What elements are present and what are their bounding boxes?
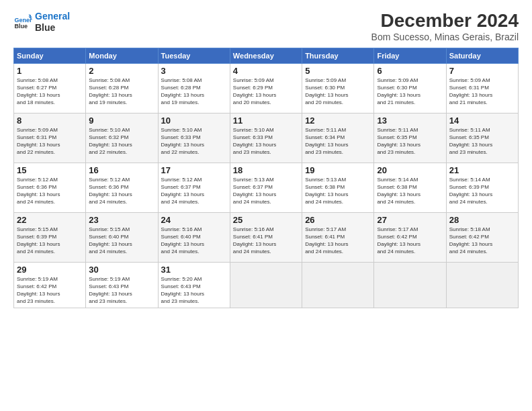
day-info: Sunrise: 5:11 AMSunset: 6:34 PMDaylight:… [305,127,348,156]
day-number: 3 [161,66,227,76]
calendar-cell [446,262,518,308]
day-info: Sunrise: 5:12 AMSunset: 6:36 PMDaylight:… [89,177,132,205]
calendar-cell: 4Sunrise: 5:09 AMSunset: 6:29 PMDaylight… [230,63,302,113]
day-info: Sunrise: 5:10 AMSunset: 6:32 PMDaylight:… [89,127,132,156]
calendar-cell: 2Sunrise: 5:08 AMSunset: 6:28 PMDaylight… [86,63,158,113]
col-header-monday: Monday [86,48,158,63]
calendar-cell: 17Sunrise: 5:12 AMSunset: 6:37 PMDayligh… [158,163,230,212]
calendar-cell: 24Sunrise: 5:16 AMSunset: 6:40 PMDayligh… [158,212,230,262]
day-number: 16 [89,165,154,175]
calendar-cell: 3Sunrise: 5:08 AMSunset: 6:28 PMDaylight… [158,63,230,113]
day-number: 17 [161,165,227,175]
day-number: 15 [17,165,83,175]
calendar-cell [374,262,446,308]
day-info: Sunrise: 5:12 AMSunset: 6:37 PMDaylight:… [161,177,204,205]
calendar-cell: 22Sunrise: 5:15 AMSunset: 6:39 PMDayligh… [14,212,86,262]
day-number: 19 [305,165,371,175]
day-info: Sunrise: 5:09 AMSunset: 6:29 PMDaylight:… [233,77,276,106]
col-header-saturday: Saturday [446,48,518,63]
calendar-cell: 18Sunrise: 5:13 AMSunset: 6:37 PMDayligh… [230,163,302,212]
calendar-cell: 8Sunrise: 5:09 AMSunset: 6:31 PMDaylight… [14,113,86,163]
col-header-wednesday: Wednesday [230,48,302,63]
day-number: 6 [377,66,443,76]
day-info: Sunrise: 5:10 AMSunset: 6:33 PMDaylight:… [233,127,276,156]
day-info: Sunrise: 5:13 AMSunset: 6:38 PMDaylight:… [305,177,348,205]
day-number: 10 [161,116,227,126]
day-number: 12 [305,116,371,126]
day-number: 5 [305,66,371,76]
day-info: Sunrise: 5:11 AMSunset: 6:35 PMDaylight:… [449,127,492,156]
day-info: Sunrise: 5:16 AMSunset: 6:40 PMDaylight:… [161,226,204,255]
day-info: Sunrise: 5:20 AMSunset: 6:43 PMDaylight:… [161,276,204,305]
calendar-cell: 21Sunrise: 5:14 AMSunset: 6:39 PMDayligh… [446,163,518,212]
calendar-table: SundayMondayTuesdayWednesdayThursdayFrid… [13,48,519,308]
calendar-cell: 20Sunrise: 5:14 AMSunset: 6:38 PMDayligh… [374,163,446,212]
logo-icon: General Blue [13,13,32,32]
title-block: December 2024 Bom Sucesso, Minas Gerais,… [371,11,519,42]
calendar-cell: 14Sunrise: 5:11 AMSunset: 6:35 PMDayligh… [446,113,518,163]
calendar-cell: 31Sunrise: 5:20 AMSunset: 6:43 PMDayligh… [158,262,230,308]
calendar-cell: 16Sunrise: 5:12 AMSunset: 6:36 PMDayligh… [86,163,158,212]
calendar-cell: 29Sunrise: 5:19 AMSunset: 6:42 PMDayligh… [14,262,86,308]
day-info: Sunrise: 5:19 AMSunset: 6:43 PMDaylight:… [89,276,132,305]
logo-line2: Blue [35,22,70,34]
day-number: 25 [233,215,299,225]
day-number: 9 [89,116,154,126]
page: General Blue General Blue December 2024 … [0,0,532,411]
day-info: Sunrise: 5:15 AMSunset: 6:40 PMDaylight:… [89,226,132,255]
col-header-thursday: Thursday [302,48,374,63]
day-info: Sunrise: 5:17 AMSunset: 6:42 PMDaylight:… [377,226,420,255]
day-info: Sunrise: 5:13 AMSunset: 6:37 PMDaylight:… [233,177,276,205]
subtitle: Bom Sucesso, Minas Gerais, Brazil [371,32,519,42]
col-header-tuesday: Tuesday [158,48,230,63]
logo-line1: General [35,11,70,22]
day-number: 29 [17,265,83,275]
calendar-cell: 1Sunrise: 5:08 AMSunset: 6:27 PMDaylight… [14,63,86,113]
day-info: Sunrise: 5:09 AMSunset: 6:31 PMDaylight:… [449,77,492,106]
day-info: Sunrise: 5:10 AMSunset: 6:33 PMDaylight:… [161,127,204,156]
calendar-cell [230,262,302,308]
day-info: Sunrise: 5:17 AMSunset: 6:41 PMDaylight:… [305,226,348,255]
day-number: 11 [233,116,299,126]
day-info: Sunrise: 5:08 AMSunset: 6:28 PMDaylight:… [161,77,204,106]
day-number: 18 [233,165,299,175]
calendar-cell: 10Sunrise: 5:10 AMSunset: 6:33 PMDayligh… [158,113,230,163]
calendar-cell: 23Sunrise: 5:15 AMSunset: 6:40 PMDayligh… [86,212,158,262]
day-info: Sunrise: 5:14 AMSunset: 6:38 PMDaylight:… [377,177,420,205]
day-number: 31 [161,265,227,275]
day-info: Sunrise: 5:08 AMSunset: 6:27 PMDaylight:… [17,77,60,106]
day-number: 28 [449,215,515,225]
calendar-cell: 13Sunrise: 5:11 AMSunset: 6:35 PMDayligh… [374,113,446,163]
day-info: Sunrise: 5:15 AMSunset: 6:39 PMDaylight:… [17,226,60,255]
day-number: 27 [377,215,443,225]
logo: General Blue General Blue [13,11,70,34]
day-number: 26 [305,215,371,225]
svg-text:Blue: Blue [14,23,28,30]
day-info: Sunrise: 5:09 AMSunset: 6:30 PMDaylight:… [377,77,420,106]
day-number: 4 [233,66,299,76]
day-number: 7 [449,66,515,76]
day-number: 2 [89,66,154,76]
day-info: Sunrise: 5:09 AMSunset: 6:31 PMDaylight:… [17,127,60,156]
day-info: Sunrise: 5:11 AMSunset: 6:35 PMDaylight:… [377,127,420,156]
col-header-friday: Friday [374,48,446,63]
day-number: 23 [89,215,154,225]
day-info: Sunrise: 5:14 AMSunset: 6:39 PMDaylight:… [449,177,492,205]
day-number: 13 [377,116,443,126]
day-info: Sunrise: 5:09 AMSunset: 6:30 PMDaylight:… [305,77,348,106]
day-info: Sunrise: 5:19 AMSunset: 6:42 PMDaylight:… [17,276,60,305]
header-row: SundayMondayTuesdayWednesdayThursdayFrid… [14,48,519,63]
calendar-cell: 7Sunrise: 5:09 AMSunset: 6:31 PMDaylight… [446,63,518,113]
calendar-cell: 25Sunrise: 5:16 AMSunset: 6:41 PMDayligh… [230,212,302,262]
day-number: 22 [17,215,83,225]
day-number: 8 [17,116,83,126]
calendar-cell: 11Sunrise: 5:10 AMSunset: 6:33 PMDayligh… [230,113,302,163]
calendar-cell: 28Sunrise: 5:18 AMSunset: 6:42 PMDayligh… [446,212,518,262]
calendar-cell: 27Sunrise: 5:17 AMSunset: 6:42 PMDayligh… [374,212,446,262]
calendar-cell: 6Sunrise: 5:09 AMSunset: 6:30 PMDaylight… [374,63,446,113]
day-info: Sunrise: 5:12 AMSunset: 6:36 PMDaylight:… [17,177,60,205]
calendar-cell: 19Sunrise: 5:13 AMSunset: 6:38 PMDayligh… [302,163,374,212]
day-number: 30 [89,265,154,275]
calendar-cell: 26Sunrise: 5:17 AMSunset: 6:41 PMDayligh… [302,212,374,262]
calendar-cell [302,262,374,308]
